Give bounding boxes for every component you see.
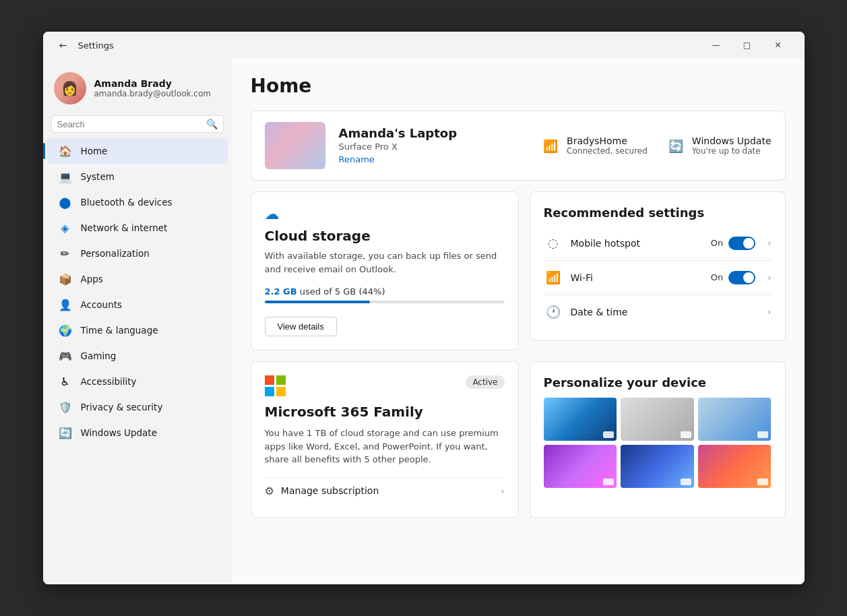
datetime-label: Date & time (571, 307, 756, 317)
title-bar: ← Settings — □ ✕ (43, 32, 805, 59)
content-area: 👩 Amanda Brady amanda.brady@outlook.com … (43, 59, 805, 584)
manage-subscription-row[interactable]: ⚙️ Manage subscription › (265, 477, 505, 504)
minimize-button[interactable]: — (701, 34, 732, 56)
manage-chevron: › (501, 486, 504, 496)
wallpaper-2[interactable] (621, 398, 694, 441)
hotspot-toggle-area: On (711, 237, 755, 250)
back-button[interactable]: ← (54, 36, 73, 55)
wifi-status-text: BradysHome Connected, secured (567, 135, 648, 156)
sidebar-item-accounts[interactable]: 👤 Accounts (47, 292, 228, 317)
avatar: 👩 (54, 72, 86, 104)
maximize-button[interactable]: □ (732, 34, 763, 56)
sidebar-item-label: Home (81, 146, 108, 156)
storage-total-val: 5 GB (335, 286, 356, 297)
close-button[interactable]: ✕ (763, 34, 794, 56)
wallpaper-3[interactable] (698, 398, 772, 441)
personalize-card: Personalize your device (530, 361, 786, 518)
right-column: Recommended settings ◌ Mobile hotspot On… (530, 191, 786, 350)
wallpaper-6[interactable] (698, 445, 772, 488)
rec-item-hotspot[interactable]: ◌ Mobile hotspot On › (544, 228, 772, 259)
wifi-label: BradysHome (567, 135, 648, 146)
update-sub: You're up to date (692, 146, 772, 156)
device-image (265, 122, 325, 169)
sidebar-item-update[interactable]: 🔄 Windows Update (47, 420, 228, 445)
sidebar-item-label: Apps (81, 274, 103, 284)
manage-label: Manage subscription (281, 485, 490, 496)
storage-used: 2.2 GB (265, 286, 297, 297)
main-content: Home Amanda's Laptop Surface Pro X Renam… (232, 59, 805, 584)
hotspot-label: Mobile hotspot (571, 238, 703, 249)
rec-item-wifi[interactable]: 📶 Wi-Fi On › (544, 262, 772, 293)
view-details-button[interactable]: View details (265, 317, 337, 336)
wallpaper-4[interactable] (544, 445, 617, 488)
update-icon: 🔄 (58, 425, 73, 440)
hotspot-chevron: › (767, 238, 771, 248)
sidebar-item-label: Privacy & security (81, 402, 163, 412)
wifi-chevron: › (767, 272, 771, 282)
profile-name: Amanda Brady (94, 78, 211, 89)
storage-progress-bar (265, 301, 505, 303)
wallpaper-1[interactable] (544, 398, 617, 441)
sidebar-item-personalization[interactable]: ✏️ Personalization (47, 241, 228, 266)
update-icon: 🔄 (666, 136, 685, 155)
wifi-toggle[interactable] (728, 271, 755, 284)
wifi-toggle-area: On (711, 271, 755, 284)
sidebar-item-accessibility[interactable]: ♿ Accessibility (47, 369, 228, 394)
avatar-image: 👩 (54, 72, 86, 104)
storage-progress-fill (265, 301, 371, 303)
apps-icon: 📦 (58, 272, 73, 286)
sidebar-item-label: Network & internet (81, 222, 168, 233)
wifi-rec-icon: 📶 (544, 270, 563, 284)
system-icon: 💻 (58, 169, 73, 184)
page-title: Home (251, 75, 786, 97)
wifi-rec-label: Wi-Fi (571, 272, 703, 283)
sidebar-item-privacy[interactable]: 🛡️ Privacy & security (47, 394, 228, 420)
sidebar-item-apps[interactable]: 📦 Apps (47, 266, 228, 292)
search-input[interactable] (57, 119, 202, 129)
privacy-icon: 🛡️ (58, 400, 73, 414)
recommended-settings-card: Recommended settings ◌ Mobile hotspot On… (530, 191, 786, 341)
device-model: Surface Pro X (339, 142, 528, 152)
gaming-icon: 🎮 (58, 348, 73, 363)
hotspot-toggle[interactable] (728, 237, 755, 250)
sidebar-item-gaming[interactable]: 🎮 Gaming (47, 343, 228, 369)
sidebar-item-network[interactable]: ◈ Network & internet (47, 215, 228, 241)
accounts-icon: 👤 (58, 297, 73, 312)
network-icon: ◈ (58, 220, 73, 235)
search-box[interactable]: 🔍 (51, 115, 224, 133)
rename-link[interactable]: Rename (339, 154, 375, 164)
storage-text: 2.2 GB used of 5 GB (44%) (265, 286, 505, 297)
home-icon: 🏠 (58, 144, 73, 158)
m365-header: Active (265, 375, 505, 397)
sidebar-item-label: Windows Update (81, 427, 157, 438)
settings-window: ← Settings — □ ✕ 👩 Amanda Brady amanda.b… (43, 32, 805, 584)
wallpaper-grid (544, 398, 772, 488)
device-status-items: 📶 BradysHome Connected, secured 🔄 Window… (541, 135, 771, 156)
ms-logo-yellow (276, 387, 286, 396)
ms-logo-green (276, 375, 286, 385)
datetime-chevron: › (767, 307, 771, 317)
rec-item-datetime[interactable]: 🕐 Date & time › (544, 297, 772, 327)
time-icon: 🌍 (58, 323, 73, 338)
storage-total: used of (300, 286, 335, 297)
wifi-sub: Connected, secured (567, 146, 648, 156)
sidebar-item-bluetooth[interactable]: ⬤ Bluetooth & devices (47, 189, 228, 215)
bottom-row: Active Microsoft 365 Family You have 1 T… (251, 361, 786, 518)
update-status-text: Windows Update You're up to date (692, 135, 772, 156)
wallpaper-5[interactable] (621, 445, 694, 488)
m365-card: Active Microsoft 365 Family You have 1 T… (251, 361, 519, 518)
cloud-description: With available storage, you can back up … (265, 249, 505, 276)
ms-logo-red (265, 375, 274, 385)
m365-description: You have 1 TB of cloud storage and can u… (265, 427, 505, 466)
sidebar-item-time[interactable]: 🌍 Time & language (47, 317, 228, 343)
update-label: Windows Update (692, 135, 772, 146)
sidebar-item-system[interactable]: 💻 System (47, 164, 228, 189)
personalization-icon: ✏️ (58, 246, 73, 261)
sidebar-profile[interactable]: 👩 Amanda Brady amanda.brady@outlook.com (43, 64, 232, 115)
device-banner: Amanda's Laptop Surface Pro X Rename 📶 B… (251, 111, 786, 181)
sidebar: 👩 Amanda Brady amanda.brady@outlook.com … (43, 59, 232, 584)
divider (544, 260, 772, 261)
sidebar-item-home[interactable]: 🏠 Home (47, 138, 228, 164)
personalize-title: Personalize your device (544, 375, 772, 390)
active-badge: Active (466, 375, 504, 389)
